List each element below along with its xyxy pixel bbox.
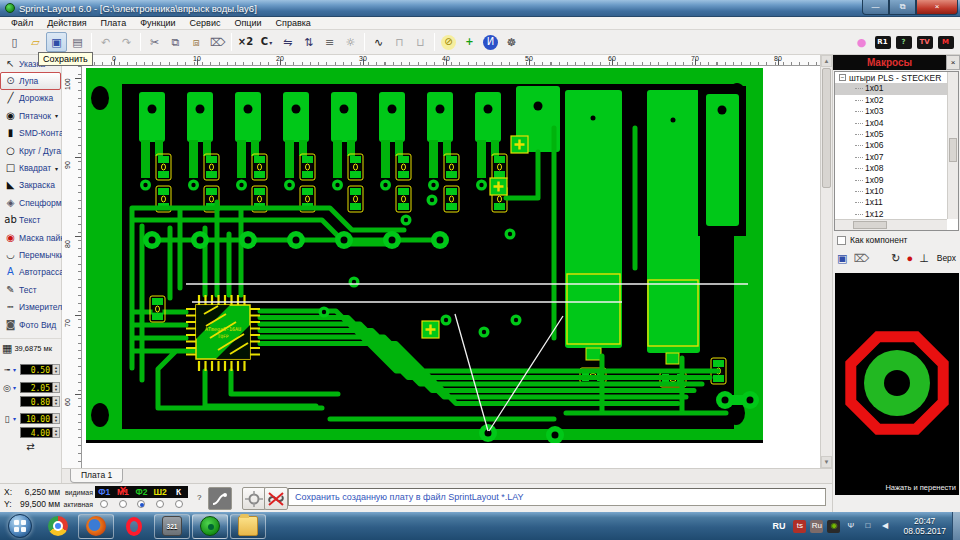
no-connection-button[interactable] (264, 487, 288, 510)
show-desktop-button[interactable] (952, 512, 960, 540)
connections-button[interactable]: ∿ (368, 32, 389, 52)
mask-view-button[interactable]: ● (851, 32, 872, 52)
macro-item[interactable]: 1x01 (835, 83, 947, 94)
menu-item[interactable]: Справка (269, 18, 318, 28)
tool-measure[interactable]: ┉ Измеритель ▾ (0, 298, 61, 315)
rect-width-stepper[interactable]: ▲▼ (53, 413, 60, 424)
clock[interactable]: 20:47 08.05.2017 (903, 516, 946, 536)
record-macro-button[interactable]: ● (906, 253, 913, 264)
taskbar-firefox[interactable] (78, 514, 114, 539)
layer-radio[interactable] (114, 500, 133, 508)
layer-help[interactable]: ? (197, 493, 201, 502)
tray-volume-icon[interactable]: ◀ (878, 520, 891, 533)
settings-button[interactable]: ☸ (501, 32, 522, 52)
chevron-down-icon[interactable]: ▾ (13, 384, 20, 391)
scroll-up-icon[interactable]: ▲ (821, 55, 832, 67)
tool-text[interactable]: ab Текст ▾ (0, 212, 61, 229)
align-button[interactable]: ≡ (319, 32, 340, 52)
tool-smd-pad[interactable]: ▮ SMD-Контакт ▾ (0, 125, 61, 142)
tray-network-icon[interactable]: □ (861, 520, 874, 533)
layer-radio[interactable] (151, 500, 170, 508)
close-button[interactable]: × (916, 0, 958, 15)
tv-view-button[interactable]: TV (914, 32, 935, 52)
menu-item[interactable]: Файл (4, 18, 40, 28)
tab-board-1[interactable]: Плата 1 (70, 469, 123, 483)
taskbar-opera[interactable] (116, 514, 152, 539)
rect-height-value[interactable]: 4.00 (20, 427, 53, 438)
as-component-option[interactable]: Как компонент (837, 235, 960, 245)
copy-button[interactable]: ⧉ (165, 32, 186, 52)
tool-test[interactable]: ✎ Тест ▾ (0, 281, 61, 298)
menu-item[interactable]: Функции (133, 18, 182, 28)
r1-view-button[interactable]: R1 (872, 32, 893, 52)
scroll-down-icon[interactable]: ▼ (821, 456, 832, 468)
macro-preview[interactable]: Нажать и перенести (835, 273, 959, 495)
macro-item[interactable]: 1x06 (835, 140, 947, 151)
tool-pad[interactable]: ◉ Пятачок ▾ (0, 107, 61, 124)
taskbar-mpc[interactable]: 321 (154, 514, 190, 539)
chevron-down-icon[interactable]: ▾ (13, 415, 20, 422)
as-component-checkbox[interactable] (837, 236, 846, 245)
menu-item[interactable]: Действия (40, 18, 93, 28)
pcb-board[interactable]: ATmega8-16AU TQFP (86, 68, 763, 443)
taskbar-sprint[interactable] (192, 514, 228, 539)
restore-button[interactable]: ⧉ (889, 0, 916, 15)
rect-height-stepper[interactable]: ▲▼ (53, 427, 60, 438)
new-button[interactable]: ▯ (4, 32, 25, 52)
menu-item[interactable]: Сервис (183, 18, 228, 28)
close-macros-icon[interactable]: × (946, 55, 960, 70)
canvas-vertical-scrollbar[interactable]: ▲ ▼ (820, 55, 832, 468)
save-button[interactable]: ▣ (46, 32, 67, 52)
print-button[interactable]: ▤ (67, 32, 88, 52)
lock-open-button[interactable]: ⊓ (389, 32, 410, 52)
layer-button[interactable]: К × (169, 486, 188, 498)
menu-item[interactable]: Опции (227, 18, 268, 28)
macro-item[interactable]: 1x11 (835, 197, 947, 208)
rect-width-value[interactable]: 10.00 (20, 413, 53, 424)
tool-rect[interactable]: □ Квадрат ▾ (0, 159, 61, 176)
swap-values-button[interactable]: ⇄ (0, 441, 61, 452)
pad-mode-button[interactable] (242, 487, 266, 510)
macro-item[interactable]: 1x12 (835, 209, 947, 219)
delete-macro-button[interactable]: ⌦ (853, 253, 869, 264)
tool-jumper[interactable]: ◡ Перемычки ▾ (0, 246, 61, 263)
tool-photo[interactable]: ◙ Фото Вид ▾ (0, 316, 61, 333)
cut-button[interactable]: ✂ (144, 32, 165, 52)
tray-tuner-icon[interactable]: ts (793, 520, 806, 533)
tree-vertical-scrollbar[interactable] (947, 72, 958, 219)
info-button[interactable]: И (480, 32, 501, 52)
layer-radio[interactable] (132, 500, 151, 508)
taskbar-chrome[interactable] (40, 514, 76, 539)
zoom-mode-button[interactable]: ⊘ (438, 32, 459, 52)
macro-item[interactable]: 1x05 (835, 129, 947, 140)
collapse-icon[interactable]: − (839, 74, 846, 81)
menu-item[interactable]: Плата (94, 18, 134, 28)
mirror-vertical-button[interactable]: ⇅ (298, 32, 319, 52)
undo-button[interactable]: ↶ (95, 32, 116, 52)
layer-button[interactable]: Ф2 × (132, 486, 151, 498)
delete-button[interactable]: ⌦ (207, 32, 228, 52)
layer-button[interactable]: Ш2 × (151, 486, 170, 498)
pad-outer-value[interactable]: 2.05 (20, 382, 53, 393)
tool-zoom[interactable]: ⊙ Лупа ▾ (0, 72, 61, 89)
mirror-horizontal-button[interactable]: ⇋ (277, 32, 298, 52)
macro-item[interactable]: 1x02 (835, 95, 947, 106)
minimize-button[interactable]: — (862, 0, 889, 15)
track-mode-button[interactable] (208, 487, 232, 510)
layer-radio[interactable] (169, 500, 188, 508)
tool-special[interactable]: ◈ Спецформы ▾ (0, 194, 61, 211)
start-button[interactable] (8, 514, 32, 538)
macro-item[interactable]: 1x03 (835, 106, 947, 117)
paste-button[interactable]: ⧈ (186, 32, 207, 52)
duplicate-button[interactable]: ×2 (235, 32, 256, 52)
optimize-button[interactable]: ☼ (340, 32, 361, 52)
key-view-button[interactable]: ? (893, 32, 914, 52)
track-width-stepper[interactable]: ▲▼ (53, 364, 60, 375)
lock-closed-button[interactable]: ⊔ (410, 32, 431, 52)
m-view-button[interactable]: М (935, 32, 956, 52)
macro-item[interactable]: 1x04 (835, 118, 947, 129)
tool-circle[interactable]: ○ Круг / Дуга ▾ (0, 142, 61, 159)
taskbar-explorer[interactable] (230, 514, 266, 539)
macro-item[interactable]: 1x10 (835, 186, 947, 197)
tray-ru-icon[interactable]: Ru (810, 520, 823, 533)
